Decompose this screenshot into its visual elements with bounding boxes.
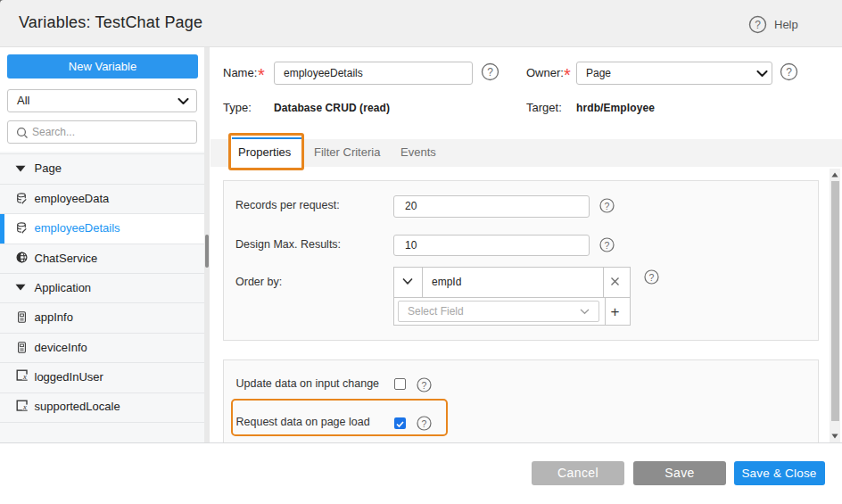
svg-text:?: ? bbox=[649, 272, 655, 283]
svg-text:?: ? bbox=[605, 240, 610, 251]
svg-text:x: x bbox=[22, 402, 27, 411]
svg-text:?: ? bbox=[487, 66, 493, 78]
svg-text:?: ? bbox=[755, 19, 761, 31]
svg-text:?: ? bbox=[786, 66, 792, 78]
svg-text:x: x bbox=[22, 372, 27, 381]
svg-text:?: ? bbox=[605, 201, 610, 211]
svg-text:?: ? bbox=[422, 379, 427, 390]
